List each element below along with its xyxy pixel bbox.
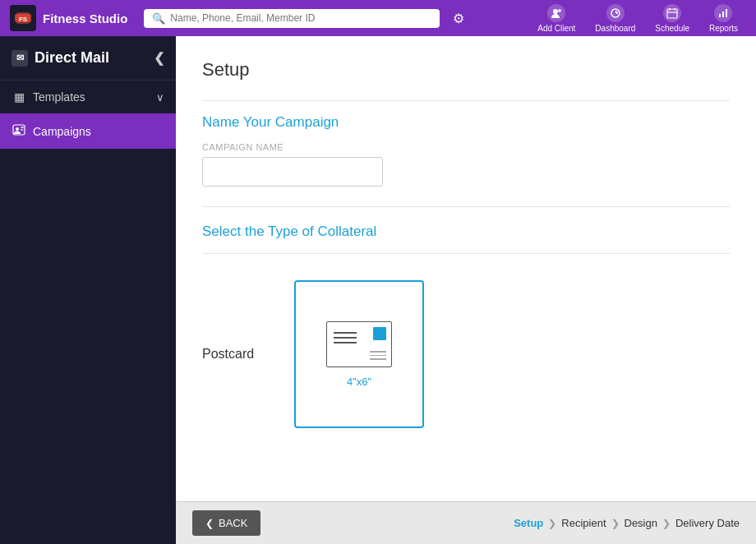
divider-2 bbox=[202, 206, 730, 207]
app-logo: FS Fitness Studio bbox=[10, 5, 127, 31]
postcard-line-3 bbox=[334, 342, 357, 343]
top-nav: FS Fitness Studio 🔍 ⚙ Add Client bbox=[0, 0, 756, 36]
divider-1 bbox=[202, 100, 730, 101]
svg-rect-12 bbox=[722, 12, 724, 17]
app-name: Fitness Studio bbox=[43, 12, 127, 25]
breadcrumb: Setup ❯ Recipient ❯ Design ❯ Delivery Da… bbox=[514, 517, 740, 529]
dashboard-button[interactable]: Dashboard bbox=[587, 1, 643, 36]
reports-icon bbox=[714, 4, 732, 22]
sidebar-item-templates[interactable]: ▦ Templates ∨ bbox=[0, 81, 176, 113]
breadcrumb-chevron-3: ❯ bbox=[662, 518, 671, 529]
postcard-card[interactable]: 4"x6" bbox=[294, 280, 424, 428]
sidebar-header-left: ✉ Direct Mail bbox=[12, 49, 109, 67]
postcard-address-lines bbox=[370, 351, 386, 360]
breadcrumb-delivery-date[interactable]: Delivery Date bbox=[675, 517, 740, 529]
sidebar-title: Direct Mail bbox=[35, 49, 109, 67]
search-bar[interactable]: 🔍 bbox=[144, 9, 440, 28]
bottom-bar: ❮ BACK Setup ❯ Recipient ❯ Design ❯ Deli… bbox=[176, 501, 756, 544]
addr-line-1 bbox=[370, 351, 386, 353]
sidebar: ✉ Direct Mail ❮ ▦ Templates ∨ bbox=[0, 36, 176, 544]
schedule-button[interactable]: Schedule bbox=[647, 1, 698, 36]
chevron-down-icon: ∨ bbox=[156, 91, 164, 104]
postcard-row: Postcard bbox=[202, 267, 730, 441]
svg-point-15 bbox=[16, 127, 19, 131]
templates-left: ▦ Templates bbox=[12, 90, 85, 104]
postcard-lines bbox=[334, 332, 357, 343]
addr-line-2 bbox=[370, 355, 386, 357]
main-layout: ✉ Direct Mail ❮ ▦ Templates ∨ bbox=[0, 36, 756, 544]
add-client-button[interactable]: Add Client bbox=[529, 1, 583, 36]
collateral-section: Select the Type of Collateral Postcard bbox=[202, 224, 730, 441]
campaigns-label: Campaigns bbox=[33, 125, 91, 138]
breadcrumb-setup[interactable]: Setup bbox=[514, 517, 543, 529]
search-input[interactable] bbox=[170, 12, 431, 24]
postcard-size-label: 4"x6" bbox=[347, 376, 371, 388]
campaign-name-section: Name Your Campaign CAMPAIGN NAME bbox=[202, 114, 730, 187]
postcard-line-2 bbox=[334, 337, 357, 339]
reports-button[interactable]: Reports bbox=[701, 1, 746, 36]
postcard-label: Postcard bbox=[202, 347, 268, 362]
svg-rect-7 bbox=[667, 9, 677, 18]
mail-icon: ✉ bbox=[12, 50, 28, 67]
sidebar-header: ✉ Direct Mail ❮ bbox=[0, 36, 176, 81]
gear-icon: ⚙ bbox=[446, 8, 471, 29]
campaign-name-label: CAMPAIGN NAME bbox=[202, 142, 730, 152]
content-area: Setup Name Your Campaign CAMPAIGN NAME S… bbox=[176, 36, 756, 544]
svg-point-3 bbox=[553, 9, 558, 14]
campaign-section-title: Name Your Campaign bbox=[202, 114, 730, 131]
addr-line-3 bbox=[370, 358, 386, 360]
settings-btn[interactable]: ⚙ bbox=[446, 11, 471, 26]
add-client-icon bbox=[547, 4, 565, 22]
page-title: Setup bbox=[202, 59, 730, 81]
back-button[interactable]: ❮ BACK bbox=[192, 510, 260, 536]
templates-icon: ▦ bbox=[12, 90, 26, 104]
breadcrumb-recipient[interactable]: Recipient bbox=[561, 517, 606, 529]
breadcrumb-chevron-1: ❯ bbox=[548, 518, 556, 529]
campaigns-icon bbox=[12, 123, 26, 139]
postcard-stamp bbox=[373, 327, 386, 340]
campaigns-left: Campaigns bbox=[12, 123, 91, 139]
postcard-preview bbox=[326, 321, 392, 367]
campaign-name-input[interactable] bbox=[202, 157, 383, 187]
collateral-section-title: Select the Type of Collateral bbox=[202, 224, 730, 240]
content-main: Setup Name Your Campaign CAMPAIGN NAME S… bbox=[176, 36, 756, 501]
search-icon: 🔍 bbox=[152, 12, 165, 25]
logo-icon: FS bbox=[10, 5, 36, 31]
nav-right: Add Client Dashboard Schedule bbox=[529, 1, 746, 36]
postcard-line-1 bbox=[334, 332, 357, 334]
breadcrumb-chevron-2: ❯ bbox=[611, 518, 620, 529]
dashboard-icon bbox=[606, 4, 625, 22]
breadcrumb-design[interactable]: Design bbox=[625, 517, 657, 529]
svg-rect-13 bbox=[726, 9, 727, 17]
sidebar-item-campaigns[interactable]: Campaigns bbox=[0, 113, 176, 149]
back-label: BACK bbox=[219, 517, 247, 529]
svg-text:FS: FS bbox=[19, 16, 28, 23]
back-chevron-icon: ❮ bbox=[205, 518, 214, 529]
schedule-icon bbox=[663, 4, 681, 22]
divider-3 bbox=[202, 253, 730, 254]
templates-label: Templates bbox=[33, 90, 85, 104]
svg-rect-11 bbox=[719, 14, 721, 17]
sidebar-back-icon[interactable]: ❮ bbox=[154, 50, 164, 66]
